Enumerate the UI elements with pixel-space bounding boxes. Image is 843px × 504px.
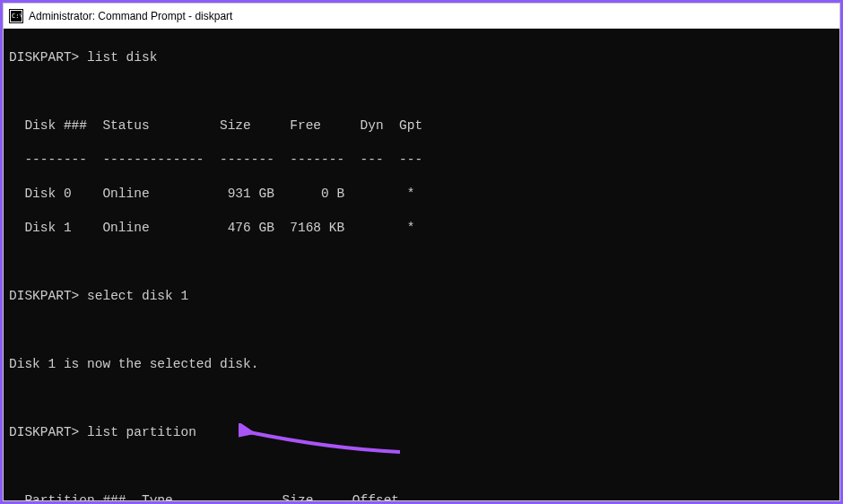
prompt-line: DISKPART> list partition (9, 424, 834, 441)
prompt-line: DISKPART> list disk (9, 49, 834, 66)
command-prompt-window: C:\ Administrator: Command Prompt - disk… (3, 3, 840, 501)
blank (9, 254, 834, 271)
blank (9, 83, 834, 100)
disk-row: Disk 1 Online 476 GB 7168 KB * (9, 220, 834, 237)
cmd-icon: C:\ (9, 9, 23, 23)
blank (9, 458, 834, 475)
blank (9, 390, 834, 407)
partition-table-header: Partition ### Type Size Offset (9, 492, 834, 500)
terminal-output[interactable]: DISKPART> list disk Disk ### Status Size… (4, 29, 839, 500)
disk-row: Disk 0 Online 931 GB 0 B * (9, 186, 834, 203)
prompt-line: DISKPART> select disk 1 (9, 288, 834, 305)
titlebar[interactable]: C:\ Administrator: Command Prompt - disk… (4, 4, 839, 29)
status-message: Disk 1 is now the selected disk. (9, 356, 834, 373)
disk-table-sep: -------- ------------- ------- ------- -… (9, 152, 834, 169)
blank (9, 322, 834, 339)
svg-text:C:\: C:\ (12, 13, 23, 20)
disk-table-header: Disk ### Status Size Free Dyn Gpt (9, 117, 834, 135)
window-title: Administrator: Command Prompt - diskpart (29, 10, 232, 22)
